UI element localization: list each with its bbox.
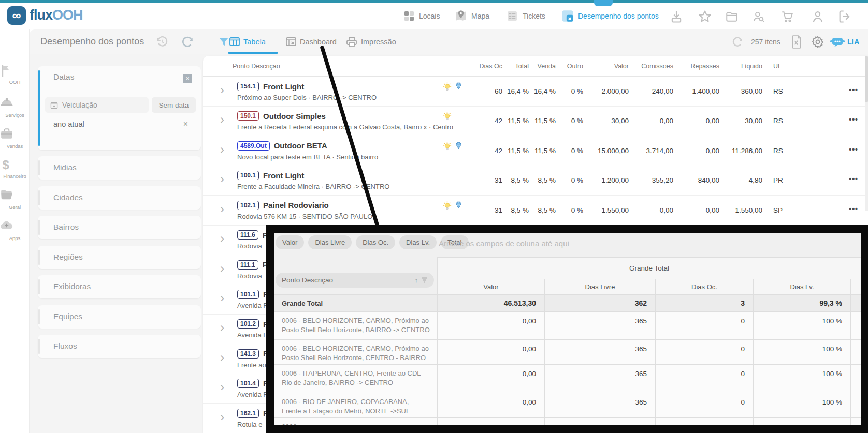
veiculacao-date-input[interactable]: Veiculação	[45, 97, 149, 113]
star-icon[interactable]	[697, 9, 713, 24]
row-menu-button[interactable]: •••	[849, 115, 858, 124]
pivot-cell: 0,00	[438, 365, 545, 393]
hardhat-icon	[0, 97, 30, 111]
col-outro[interactable]: Outro	[567, 63, 583, 70]
remove-date-filter-icon[interactable]: ×	[183, 120, 188, 129]
rail-item-geral[interactable]: Geral	[0, 189, 30, 210]
datas-clear-button[interactable]: ×	[183, 74, 192, 83]
pivot-row-field-pill[interactable]: Ponto Descrição↑	[276, 273, 434, 288]
col-venda[interactable]: Venda	[538, 63, 556, 70]
table-row[interactable]: › 154.1 Front Light Próximo ao Super Doi…	[203, 77, 868, 107]
nav-item-tickets[interactable]: Tickets	[505, 8, 545, 24]
nav-item-locais[interactable]: Locais	[403, 8, 440, 24]
rail-item-vendas[interactable]: Vendas	[0, 128, 30, 149]
row-expand-chevron[interactable]: ›	[220, 351, 224, 364]
fluxooh-logo-icon[interactable]: ∞	[7, 6, 26, 25]
row-menu-button[interactable]: •••	[849, 175, 858, 183]
col-repasses[interactable]: Repasses	[690, 63, 719, 70]
filter-card-exibidoras[interactable]: Exibidoras	[38, 275, 201, 298]
date-filter-value: ano atual	[53, 120, 84, 128]
row-expand-chevron[interactable]: ›	[220, 203, 224, 215]
row-expand-chevron[interactable]: ›	[220, 143, 224, 156]
pivot-chip-dias-oc-[interactable]: Dias Oc.	[356, 235, 395, 249]
filter-card-bairros[interactable]: Bairros	[38, 216, 201, 239]
cell-repasses: 0,00	[706, 117, 719, 125]
pivot-chip-dias-lv-[interactable]: Dias Lv.	[399, 235, 437, 249]
cell-comissoes: 355,20	[652, 176, 673, 184]
table-row[interactable]: › 102.1 Painel Rodoviario Rodovia 576 KM…	[203, 196, 868, 226]
sort-asc-icon[interactable]: ↑	[415, 276, 418, 284]
pivot-col-dias-oc-[interactable]: Dias Oc.	[656, 279, 754, 295]
export-excel-icon[interactable]	[791, 29, 802, 54]
pivot-col-dias-livre[interactable]: Dias Livre	[545, 279, 656, 295]
sem-data-button[interactable]: Sem data	[152, 97, 196, 113]
filter-card-equipes[interactable]: Equipes	[38, 305, 201, 329]
row-menu-button[interactable]: •••	[849, 86, 858, 94]
row-expand-chevron[interactable]: ›	[220, 173, 224, 185]
row-menu-button[interactable]: •••	[849, 145, 858, 154]
logout-icon[interactable]	[837, 9, 852, 24]
row-expand-chevron[interactable]: ›	[220, 232, 224, 245]
pivot-cell: 100 %	[754, 312, 851, 340]
user-search-icon[interactable]	[751, 9, 766, 24]
refresh-results-icon[interactable]	[732, 29, 744, 54]
pivot-cell: 0	[656, 340, 754, 365]
row-expand-chevron[interactable]: ›	[220, 262, 224, 275]
refresh-icon[interactable]	[181, 29, 195, 54]
filter-card-fluxos[interactable]: Fluxos	[38, 335, 201, 358]
cell-valor: 2.000,00	[601, 87, 629, 95]
col-comissoes[interactable]: Comissões	[641, 63, 673, 70]
filter-sidebar: Datas × Veiculação Sem data ano atual × …	[30, 54, 207, 433]
user-icon[interactable]	[810, 9, 826, 24]
tab-dashboard[interactable]: Dashboard	[286, 29, 337, 54]
folder-icon[interactable]	[724, 9, 740, 24]
row-expand-chevron[interactable]: ›	[220, 84, 224, 96]
col-total[interactable]: Total	[515, 63, 529, 70]
table-row[interactable]: › 100.1 Front Light Frente a Faculdade M…	[203, 166, 868, 196]
row-expand-chevron[interactable]: ›	[220, 321, 224, 334]
row-menu-button[interactable]: •••	[849, 205, 858, 213]
rail-item-ooh[interactable]: OOH	[0, 64, 30, 85]
row-expand-chevron[interactable]: ›	[220, 411, 224, 423]
filter-card-regiões[interactable]: Regiões	[38, 246, 201, 269]
pivot-col-dias-lv-[interactable]: Dias Lv.	[754, 279, 851, 295]
filter-funnel-icon[interactable]	[218, 29, 230, 54]
cell-comissoes: 0,00	[660, 117, 673, 125]
cell-venda: 11,5 %	[534, 117, 556, 125]
pivot-row-desc: 0006 - RIO DE JANEIRO, COPACABANA, Frent…	[274, 393, 438, 418]
row-expand-chevron[interactable]: ›	[220, 381, 224, 393]
pivot-col-valor[interactable]: Valor	[438, 279, 545, 295]
rail-item-financeiro[interactable]: $ Financeiro	[0, 158, 30, 179]
col-liquido[interactable]: Líquido	[741, 63, 762, 70]
filter-small-icon[interactable]	[421, 277, 428, 283]
table-row[interactable]: › 150.1 Outdoor Simples Frente a Receita…	[203, 106, 868, 136]
filter-card-cidades[interactable]: Cidades	[38, 186, 201, 210]
col-uf[interactable]: UF	[773, 63, 782, 70]
tab-tabela[interactable]: Tabela	[229, 29, 266, 54]
cell-venda: 8,5 %	[538, 206, 556, 214]
lia-assistant-icon[interactable]	[830, 29, 845, 54]
nav-item-desempenho[interactable]: Desempenho dos pontos	[561, 8, 659, 24]
lia-label[interactable]: LIA	[847, 29, 859, 54]
col-valor[interactable]: Valor	[614, 63, 629, 70]
table-row[interactable]: › 4589.Out Outdoor BETA Novo local para …	[203, 136, 868, 166]
pivot-chip-valor[interactable]: Valor	[276, 235, 304, 249]
rail-item-apps[interactable]: Apps	[0, 220, 30, 241]
tab-impressao[interactable]: Impressão	[346, 29, 396, 54]
filter-card-midias[interactable]: Midias	[38, 156, 201, 180]
settings-gear-icon[interactable]	[811, 29, 824, 54]
rail-item-servicos[interactable]: Serviços	[0, 97, 30, 118]
fluxooh-logo-text[interactable]: fluxOOH	[30, 7, 83, 23]
row-expand-chevron[interactable]: ›	[220, 113, 224, 126]
nav-item-mapa[interactable]: Mapa	[454, 8, 489, 24]
col-dias-oc[interactable]: Dias Oc	[480, 63, 502, 70]
col-ponto-descricao[interactable]: Ponto Descrição	[233, 63, 280, 70]
cart-icon[interactable]	[779, 9, 795, 24]
history-icon[interactable]	[155, 29, 169, 54]
download-icon[interactable]	[669, 9, 684, 24]
pivot-chip-dias-livre[interactable]: Dias Livre	[308, 235, 352, 249]
row-expand-chevron[interactable]: ›	[220, 292, 224, 304]
table-scrollbar[interactable]	[865, 56, 868, 211]
cell-outro: 0 %	[571, 147, 583, 155]
filter-card-label: Cidades	[53, 193, 83, 202]
